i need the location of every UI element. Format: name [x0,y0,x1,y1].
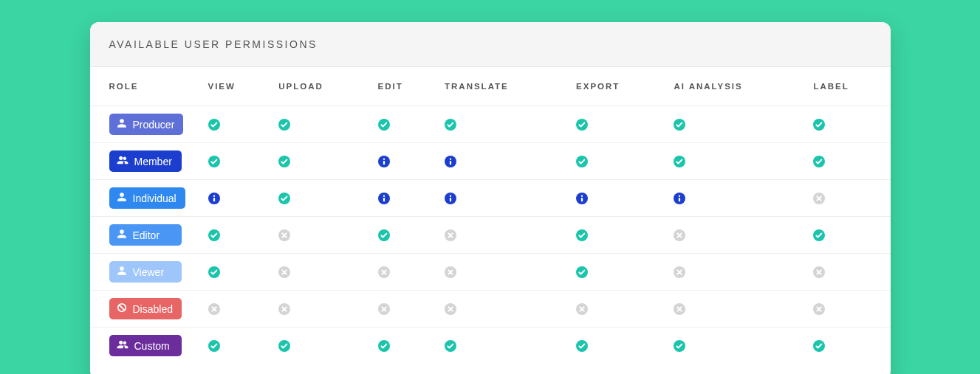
perm-cell [569,106,666,143]
perm-cell [666,106,806,143]
perm-cell [437,291,569,328]
check-circle-icon [278,119,363,131]
perm-cell [806,106,890,143]
check-circle-icon [576,340,659,352]
check-circle-icon [813,156,883,167]
perm-cell [666,328,806,364]
svg-point-13 [450,158,451,159]
perm-cell [201,180,272,217]
svg-point-29 [581,195,583,196]
check-circle-icon [378,229,430,241]
info-circle-icon [378,193,430,204]
perm-cell [569,328,666,364]
table-row: Member [90,143,891,180]
times-circle-icon [278,303,363,315]
perm-cell [371,180,437,217]
svg-rect-20 [213,198,214,201]
times-circle-icon [378,303,430,315]
perm-cell [806,217,890,254]
permissions-table: ROLEVIEWUPLOADEDITTRANSLATEEXPORTAI ANAL… [90,67,891,364]
perm-cell [371,328,437,364]
perm-cell [437,143,569,180]
table-row: Custom [90,328,891,364]
check-circle-icon [208,119,264,131]
role-label: Custom [134,340,170,352]
role-label: Disabled [133,303,173,315]
check-circle-icon [278,156,363,167]
perm-cell [437,106,569,143]
perm-cell [371,291,437,328]
perm-cell [371,143,437,180]
users-icon [117,155,129,167]
check-circle-icon [378,340,430,352]
info-circle-icon [576,193,659,204]
check-circle-icon [208,156,264,167]
check-circle-icon [278,193,363,204]
perm-cell [806,180,890,217]
times-circle-icon [445,229,561,241]
perm-cell [437,217,569,254]
perm-cell [201,106,272,143]
user-icon [117,229,127,241]
perm-cell [201,291,272,328]
perm-cell [201,143,272,180]
check-circle-icon [445,119,561,131]
user-icon [117,118,127,131]
user-icon [117,266,127,278]
perm-cell [201,217,272,254]
check-circle-icon [576,229,659,241]
perm-cell [569,254,666,291]
perm-cell [271,106,370,143]
column-header: AI ANALYSIS [666,67,806,106]
check-circle-icon [674,119,798,131]
role-badge-viewer[interactable]: Viewer [109,261,182,283]
perm-cell [569,180,666,217]
svg-point-19 [213,195,214,196]
perm-cell [666,217,806,254]
check-circle-icon [208,340,264,352]
times-circle-icon [674,266,798,278]
check-circle-icon [674,156,798,167]
info-circle-icon [378,156,430,167]
role-badge-disabled[interactable]: Disabled [109,298,182,319]
role-badge-editor[interactable]: Editor [109,224,182,246]
ban-icon [117,302,127,315]
role-label: Individual [133,193,177,204]
role-badge-individual[interactable]: Individual [109,187,185,209]
perm-cell [271,180,370,217]
column-header: LABEL [806,67,890,106]
column-header: TRANSLATE [437,67,569,106]
role-badge-producer[interactable]: Producer [109,114,184,135]
check-circle-icon [445,340,561,352]
perm-cell [271,291,370,328]
check-circle-icon [813,119,883,131]
perm-cell [437,328,569,364]
perm-cell [271,217,370,254]
svg-rect-11 [383,161,384,165]
table-row: Editor [90,217,891,254]
role-label: Producer [133,119,175,131]
perm-cell [271,328,370,364]
check-circle-icon [576,119,659,131]
perm-cell [806,254,890,291]
perm-cell [806,291,890,328]
times-circle-icon [208,303,264,315]
times-circle-icon [576,303,659,315]
check-circle-icon [278,340,363,352]
role-label: Editor [133,229,160,241]
perm-cell [437,254,569,291]
users-icon [117,339,129,352]
perm-cell [371,106,437,143]
perm-cell [666,254,806,291]
perm-cell [271,254,370,291]
table-row: Disabled [90,291,891,328]
info-circle-icon [445,193,561,204]
role-badge-member[interactable]: Member [109,150,182,172]
perm-cell [569,291,666,328]
table-row: Individual [90,180,891,217]
perm-cell [201,254,272,291]
times-circle-icon [813,303,883,315]
role-badge-custom[interactable]: Custom [109,335,182,356]
times-circle-icon [445,266,561,278]
perm-cell [569,217,666,254]
